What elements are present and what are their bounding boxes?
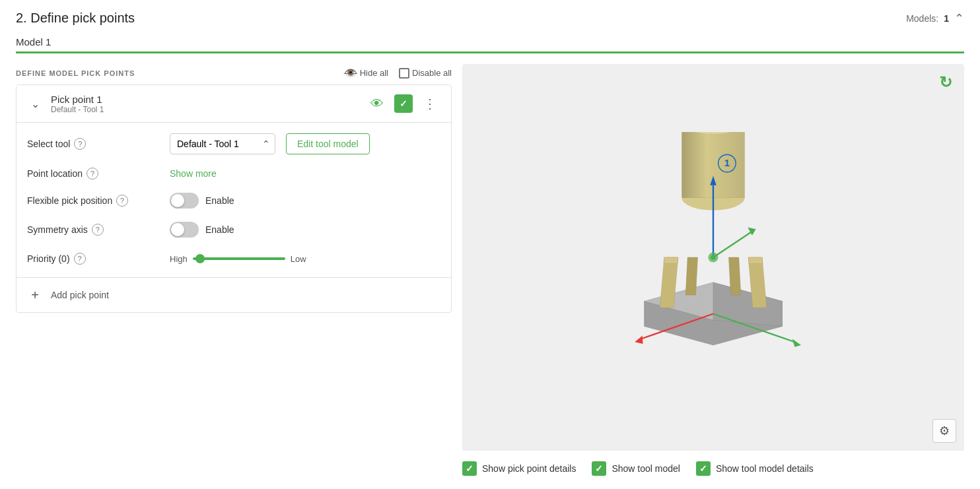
pick-points-list: ⌄ Pick point 1 Default - Tool 1 👁 ✓ [16, 84, 452, 313]
show-tool-model-details-checkbox[interactable]: ✓ [696, 461, 711, 476]
pick-point-title: Pick point 1 [51, 94, 104, 105]
eye-icon: 👁 [370, 96, 384, 112]
flexible-pick-toggle-label: Enable [205, 195, 234, 206]
flexible-pick-row: Flexible pick position ? Enable [27, 193, 440, 209]
symmetry-axis-help-icon[interactable]: ? [92, 224, 104, 236]
select-tool-dropdown[interactable]: Default - Tool 1 [170, 133, 275, 154]
model-tab[interactable]: Model 1 [16, 31, 51, 51]
svg-marker-2 [713, 282, 783, 327]
settings-icon: ⚙ [939, 424, 950, 438]
symmetry-axis-toggle[interactable] [170, 222, 199, 238]
flexible-pick-toggle-wrapper: Enable [170, 193, 234, 209]
show-pick-point-details-label: Show pick point details [482, 463, 576, 474]
select-tool-help-icon[interactable]: ? [74, 138, 86, 150]
flexible-pick-toggle[interactable] [170, 193, 199, 209]
pick-point-body: Select tool ? Default - Tool 1 ⌃ Edit to… [17, 123, 451, 277]
viewport: ↻ [462, 64, 964, 451]
svg-text:1: 1 [724, 157, 730, 168]
enable-toggle[interactable]: ✓ [393, 93, 414, 114]
symmetry-axis-toggle-label: Enable [205, 224, 234, 235]
symmetry-axis-toggle-wrapper: Enable [170, 222, 234, 238]
disable-all-button[interactable]: Disable all [399, 68, 452, 79]
add-icon: + [27, 287, 43, 303]
select-tool-wrapper: Default - Tool 1 ⌃ [170, 133, 275, 154]
chevron-up-icon[interactable]: ⌄ [27, 96, 43, 112]
toggle-knob [171, 194, 184, 207]
hide-all-button[interactable]: 👁️ Hide all [344, 67, 388, 79]
refresh-icon: ↻ [939, 73, 952, 92]
show-tool-model-item: ✓ Show tool model [592, 461, 680, 476]
svg-rect-6 [748, 257, 763, 264]
priority-high-label: High [170, 254, 188, 264]
show-tool-model-details-item: ✓ Show tool model details [696, 461, 814, 476]
show-pick-point-details-checkbox[interactable]: ✓ [462, 461, 477, 476]
more-icon: ⋮ [423, 96, 437, 112]
priority-low-label: Low [291, 254, 306, 264]
symmetry-axis-row: Symmetry axis ? Enable [27, 222, 440, 238]
priority-controls: High Low [170, 251, 306, 267]
svg-rect-7 [685, 257, 697, 295]
symmetry-axis-label: Symmetry axis [27, 224, 88, 235]
point-location-row: Point location ? Show more [27, 168, 440, 179]
tool-model-3d: 1 [614, 132, 812, 383]
more-options-button[interactable]: ⋮ [419, 93, 440, 114]
priority-row: Priority (0) ? High Low [27, 251, 440, 267]
show-more-link[interactable]: Show more [170, 168, 217, 179]
select-tool-label: Select tool [27, 139, 70, 149]
svg-rect-8 [729, 257, 741, 295]
models-info: Models: 1 ⌃ [906, 11, 964, 26]
collapse-icon[interactable]: ⌃ [954, 11, 964, 26]
add-pick-point-row[interactable]: + Add pick point [17, 277, 451, 312]
pick-point-subtitle: Default - Tool 1 [51, 105, 104, 114]
visibility-toggle[interactable]: 👁 [367, 93, 388, 114]
page-title: 2. Define pick points [16, 11, 135, 26]
priority-label: Priority (0) [27, 253, 70, 264]
show-tool-model-checkbox[interactable]: ✓ [592, 461, 606, 476]
select-tool-row: Select tool ? Default - Tool 1 ⌃ Edit to… [27, 133, 440, 154]
svg-marker-20 [635, 336, 643, 344]
section-title: DEFINE MODEL PICK POINTS [16, 69, 135, 77]
disable-all-checkbox [399, 68, 409, 79]
svg-marker-18 [792, 339, 801, 347]
green-check-icon: ✓ [394, 94, 413, 113]
priority-slider[interactable] [193, 251, 285, 267]
section-header: DEFINE MODEL PICK POINTS 👁️ Hide all Dis… [16, 64, 452, 84]
symmetry-toggle-knob [171, 223, 184, 236]
flexible-pick-label: Flexible pick position [27, 195, 112, 206]
models-count: 1 [944, 13, 949, 24]
svg-point-24 [711, 255, 716, 260]
models-label: Models: [906, 13, 938, 24]
show-tool-model-label: Show tool model [612, 463, 680, 474]
show-pick-point-details-item: ✓ Show pick point details [462, 461, 576, 476]
point-location-label: Point location [27, 168, 83, 179]
show-tool-model-details-label: Show tool model details [716, 463, 814, 474]
svg-rect-4 [664, 257, 678, 264]
disable-all-label: Disable all [412, 68, 452, 78]
point-location-help-icon[interactable]: ? [87, 168, 98, 179]
edit-tool-model-button[interactable]: Edit tool model [286, 133, 370, 154]
settings-button[interactable]: ⚙ [932, 419, 956, 443]
hide-all-label: Hide all [360, 68, 388, 78]
add-pick-point-label: Add pick point [51, 290, 109, 300]
flexible-pick-help-icon[interactable]: ? [116, 195, 128, 207]
refresh-button[interactable]: ↻ [935, 72, 956, 93]
hide-all-icon: 👁️ [344, 67, 357, 79]
pick-point-1-header: ⌄ Pick point 1 Default - Tool 1 👁 ✓ [17, 85, 451, 123]
svg-line-15 [713, 232, 751, 257]
footer-checkboxes: ✓ Show pick point details ✓ Show tool mo… [462, 459, 964, 478]
priority-help-icon[interactable]: ? [74, 253, 86, 265]
